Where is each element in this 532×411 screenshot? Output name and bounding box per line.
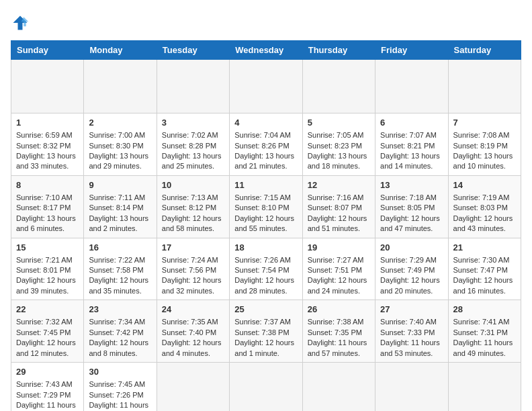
calendar-cell: 7Sunrise: 7:08 AMSunset: 8:19 PMDaylight… bbox=[448, 113, 521, 176]
day-info: Sunrise: 7:40 AMSunset: 7:33 PMDaylight:… bbox=[380, 318, 440, 357]
calendar-cell: 4Sunrise: 7:04 AMSunset: 8:26 PMDaylight… bbox=[230, 113, 302, 176]
day-number: 16 bbox=[89, 242, 151, 254]
calendar-cell bbox=[448, 363, 521, 412]
calendar-cell: 12Sunrise: 7:16 AMSunset: 8:07 PMDayligh… bbox=[302, 175, 375, 238]
day-number: 28 bbox=[453, 304, 516, 316]
day-info: Sunrise: 7:16 AMSunset: 8:07 PMDaylight:… bbox=[308, 193, 367, 232]
day-number: 5 bbox=[308, 117, 370, 129]
day-info: Sunrise: 7:30 AMSunset: 7:47 PMDaylight:… bbox=[453, 256, 513, 295]
day-number: 26 bbox=[308, 304, 370, 316]
calendar-cell: 19Sunrise: 7:27 AMSunset: 7:51 PMDayligh… bbox=[302, 238, 375, 300]
calendar-cell bbox=[157, 363, 229, 412]
calendar-cell: 6Sunrise: 7:07 AMSunset: 8:21 PMDaylight… bbox=[375, 113, 448, 176]
day-number: 20 bbox=[380, 242, 443, 254]
header-sunday: Sunday bbox=[11, 41, 84, 60]
day-number: 6 bbox=[380, 117, 443, 129]
calendar-cell: 8Sunrise: 7:10 AMSunset: 8:17 PMDaylight… bbox=[11, 175, 84, 238]
calendar-cell: 26Sunrise: 7:38 AMSunset: 7:35 PMDayligh… bbox=[302, 300, 375, 363]
calendar-table: SundayMondayTuesdayWednesdayThursdayFrid… bbox=[11, 40, 521, 411]
page-header bbox=[11, 11, 521, 32]
day-info: Sunrise: 7:11 AMSunset: 8:14 PMDaylight:… bbox=[89, 193, 148, 232]
header-friday: Friday bbox=[375, 41, 448, 60]
calendar-cell bbox=[375, 363, 448, 412]
day-number: 13 bbox=[380, 179, 443, 191]
calendar-week-1: 1Sunrise: 6:59 AMSunset: 8:32 PMDaylight… bbox=[11, 113, 521, 176]
day-number: 14 bbox=[453, 179, 516, 191]
logo bbox=[11, 13, 32, 32]
day-number: 19 bbox=[308, 242, 370, 254]
calendar-cell: 9Sunrise: 7:11 AMSunset: 8:14 PMDaylight… bbox=[84, 175, 157, 238]
calendar-cell: 20Sunrise: 7:29 AMSunset: 7:49 PMDayligh… bbox=[375, 238, 448, 300]
day-number: 9 bbox=[89, 179, 151, 191]
calendar-cell: 25Sunrise: 7:37 AMSunset: 7:38 PMDayligh… bbox=[230, 300, 302, 363]
calendar-cell: 3Sunrise: 7:02 AMSunset: 8:28 PMDaylight… bbox=[157, 113, 229, 176]
day-number: 8 bbox=[16, 179, 79, 191]
header-tuesday: Tuesday bbox=[157, 41, 229, 60]
day-info: Sunrise: 7:37 AMSunset: 7:38 PMDaylight:… bbox=[234, 318, 294, 357]
day-info: Sunrise: 7:27 AMSunset: 7:51 PMDaylight:… bbox=[308, 256, 367, 295]
calendar-cell bbox=[157, 60, 229, 113]
calendar-cell: 22Sunrise: 7:32 AMSunset: 7:45 PMDayligh… bbox=[11, 300, 84, 363]
calendar-header-row: SundayMondayTuesdayWednesdayThursdayFrid… bbox=[11, 41, 521, 60]
calendar-cell: 1Sunrise: 6:59 AMSunset: 8:32 PMDaylight… bbox=[11, 113, 84, 176]
day-info: Sunrise: 7:35 AMSunset: 7:40 PMDaylight:… bbox=[162, 318, 222, 357]
calendar-cell: 27Sunrise: 7:40 AMSunset: 7:33 PMDayligh… bbox=[375, 300, 448, 363]
day-number: 3 bbox=[162, 117, 224, 129]
day-info: Sunrise: 7:45 AMSunset: 7:26 PMDaylight:… bbox=[89, 380, 148, 411]
day-info: Sunrise: 7:05 AMSunset: 8:23 PMDaylight:… bbox=[308, 131, 367, 170]
calendar-week-5: 29Sunrise: 7:43 AMSunset: 7:29 PMDayligh… bbox=[11, 363, 521, 412]
day-number: 10 bbox=[162, 179, 224, 191]
calendar-week-4: 22Sunrise: 7:32 AMSunset: 7:45 PMDayligh… bbox=[11, 300, 521, 363]
day-info: Sunrise: 7:10 AMSunset: 8:17 PMDaylight:… bbox=[16, 193, 76, 232]
header-saturday: Saturday bbox=[448, 41, 521, 60]
calendar-cell bbox=[302, 363, 375, 412]
day-number: 15 bbox=[16, 242, 79, 254]
calendar-week-3: 15Sunrise: 7:21 AMSunset: 8:01 PMDayligh… bbox=[11, 238, 521, 300]
day-info: Sunrise: 7:00 AMSunset: 8:30 PMDaylight:… bbox=[89, 131, 148, 170]
header-thursday: Thursday bbox=[302, 41, 375, 60]
day-info: Sunrise: 7:04 AMSunset: 8:26 PMDaylight:… bbox=[234, 131, 294, 170]
calendar-cell: 15Sunrise: 7:21 AMSunset: 8:01 PMDayligh… bbox=[11, 238, 84, 300]
calendar-cell bbox=[375, 60, 448, 113]
day-number: 22 bbox=[16, 304, 79, 316]
calendar-cell bbox=[448, 60, 521, 113]
day-info: Sunrise: 7:08 AMSunset: 8:19 PMDaylight:… bbox=[453, 131, 513, 170]
day-number: 11 bbox=[234, 179, 297, 191]
calendar-cell bbox=[230, 60, 302, 113]
day-info: Sunrise: 7:41 AMSunset: 7:31 PMDaylight:… bbox=[453, 318, 513, 357]
calendar-cell bbox=[11, 60, 84, 113]
calendar-cell: 23Sunrise: 7:34 AMSunset: 7:42 PMDayligh… bbox=[84, 300, 157, 363]
day-info: Sunrise: 7:38 AMSunset: 7:35 PMDaylight:… bbox=[308, 318, 367, 357]
calendar-cell: 28Sunrise: 7:41 AMSunset: 7:31 PMDayligh… bbox=[448, 300, 521, 363]
day-number: 2 bbox=[89, 117, 151, 129]
day-info: Sunrise: 7:15 AMSunset: 8:10 PMDaylight:… bbox=[234, 193, 294, 232]
calendar-cell: 21Sunrise: 7:30 AMSunset: 7:47 PMDayligh… bbox=[448, 238, 521, 300]
calendar-week-0 bbox=[11, 60, 521, 113]
day-info: Sunrise: 7:32 AMSunset: 7:45 PMDaylight:… bbox=[16, 318, 76, 357]
calendar-cell: 2Sunrise: 7:00 AMSunset: 8:30 PMDaylight… bbox=[84, 113, 157, 176]
day-number: 17 bbox=[162, 242, 224, 254]
calendar-cell: 24Sunrise: 7:35 AMSunset: 7:40 PMDayligh… bbox=[157, 300, 229, 363]
day-info: Sunrise: 7:13 AMSunset: 8:12 PMDaylight:… bbox=[162, 193, 222, 232]
day-number: 30 bbox=[89, 366, 151, 378]
calendar-cell: 14Sunrise: 7:19 AMSunset: 8:03 PMDayligh… bbox=[448, 175, 521, 238]
day-number: 4 bbox=[234, 117, 297, 129]
day-info: Sunrise: 7:21 AMSunset: 8:01 PMDaylight:… bbox=[16, 256, 76, 295]
calendar-cell: 30Sunrise: 7:45 AMSunset: 7:26 PMDayligh… bbox=[84, 363, 157, 412]
calendar-cell: 17Sunrise: 7:24 AMSunset: 7:56 PMDayligh… bbox=[157, 238, 229, 300]
day-info: Sunrise: 7:07 AMSunset: 8:21 PMDaylight:… bbox=[380, 131, 440, 170]
calendar-cell bbox=[84, 60, 157, 113]
day-info: Sunrise: 7:02 AMSunset: 8:28 PMDaylight:… bbox=[162, 131, 222, 170]
day-number: 29 bbox=[16, 366, 79, 378]
day-info: Sunrise: 7:19 AMSunset: 8:03 PMDaylight:… bbox=[453, 193, 513, 232]
day-info: Sunrise: 7:29 AMSunset: 7:49 PMDaylight:… bbox=[380, 256, 440, 295]
calendar-week-2: 8Sunrise: 7:10 AMSunset: 8:17 PMDaylight… bbox=[11, 175, 521, 238]
day-number: 27 bbox=[380, 304, 443, 316]
calendar-cell: 11Sunrise: 7:15 AMSunset: 8:10 PMDayligh… bbox=[230, 175, 302, 238]
calendar-cell: 5Sunrise: 7:05 AMSunset: 8:23 PMDaylight… bbox=[302, 113, 375, 176]
day-number: 1 bbox=[16, 117, 79, 129]
day-number: 7 bbox=[453, 117, 516, 129]
header-monday: Monday bbox=[84, 41, 157, 60]
calendar-cell: 29Sunrise: 7:43 AMSunset: 7:29 PMDayligh… bbox=[11, 363, 84, 412]
day-info: Sunrise: 6:59 AMSunset: 8:32 PMDaylight:… bbox=[16, 131, 76, 170]
